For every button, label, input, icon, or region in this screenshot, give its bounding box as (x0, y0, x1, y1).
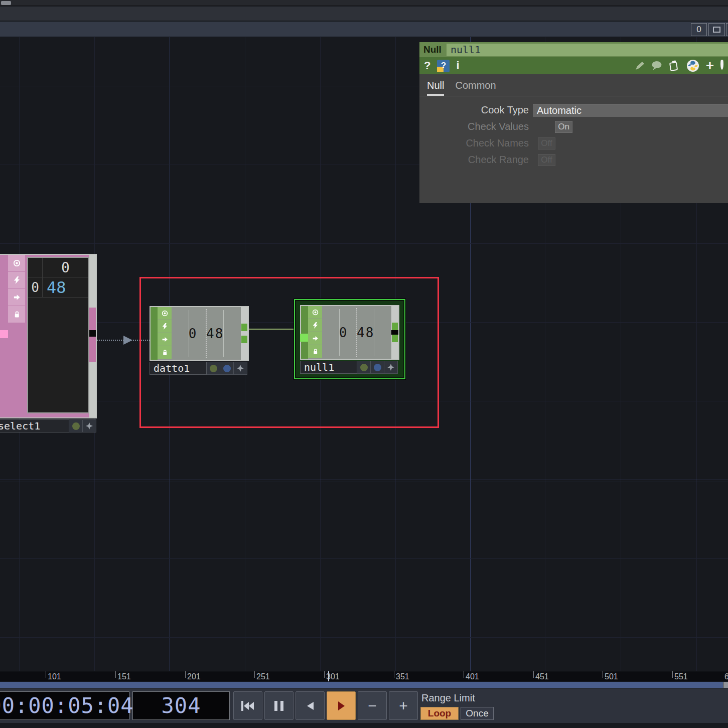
node-select1-body[interactable]: 0 0 48 (0, 254, 97, 418)
ruler-tick (533, 671, 534, 678)
frame-increment-button[interactable]: + (389, 691, 418, 720)
triangle-right-icon (337, 701, 345, 711)
check-values-toggle[interactable]: On (555, 121, 572, 133)
parameter-tabs: Null Common (419, 74, 728, 96)
maximize-icon (713, 27, 720, 33)
parameter-dialog-header: Null null1 (419, 42, 728, 57)
edit-pencil-icon[interactable] (635, 61, 645, 71)
bypass-icon[interactable] (8, 272, 25, 288)
node-color-chip[interactable] (69, 419, 83, 432)
table-row-index: 0 (28, 277, 43, 297)
ruler-label: 301 (326, 672, 340, 681)
tab-null[interactable]: Null (427, 80, 444, 96)
ruler-tick (394, 671, 394, 678)
pause-icon (274, 701, 283, 711)
node-select1-connector-strip (89, 255, 96, 417)
olive-dot-icon (72, 422, 80, 430)
grid-line (0, 480, 728, 480)
clipped-gear-icon[interactable] (720, 60, 725, 72)
check-names-toggle[interactable]: Off (538, 137, 555, 150)
check-range-label: Check Range (419, 154, 533, 166)
ruler-label: 151 (117, 672, 131, 681)
table-cell-value: 48 (43, 277, 88, 297)
param-row-check-names: Check Names Off (419, 136, 728, 150)
range-limit-label: Range Limit (421, 692, 475, 704)
dock-icon[interactable] (8, 289, 25, 306)
connector-gap (89, 330, 96, 337)
loop-button[interactable]: Loop (420, 707, 459, 720)
node-select1-table-viewer: 0 0 48 (27, 257, 89, 413)
node-select1-name-field[interactable]: select1 (0, 419, 69, 432)
python-help-glyph: ? (441, 61, 446, 71)
frame-field[interactable]: 304 (132, 691, 230, 720)
ruler-tick (46, 671, 46, 678)
param-row-cook-type: Cook Type Automatic (419, 103, 728, 117)
triangle-left-icon (306, 701, 314, 710)
transport-bar: 00:00:05:04 304 − + Range Limit Loop Onc… (0, 688, 728, 723)
operator-type-label: Null (419, 44, 447, 55)
select1-output-connector-2[interactable] (89, 337, 96, 362)
timeline-range-bar[interactable] (0, 681, 728, 688)
wire-flow-arrow-icon (123, 336, 133, 345)
timeline-ruler[interactable]: 6 101151201251301351401451501551 (0, 671, 728, 681)
selection-marquee (139, 277, 439, 428)
parameter-rows: Cook Type Automatic Check Values On Chec… (419, 103, 728, 167)
select1-output-connector[interactable] (89, 308, 96, 330)
table-header-row: 0 (28, 258, 88, 277)
cook-type-label: Cook Type (419, 104, 533, 116)
node-select1[interactable]: 0 0 48 select1 (0, 254, 97, 432)
star-icon (85, 422, 93, 430)
range-bar-handle[interactable] (723, 682, 728, 688)
python-logo-icon[interactable] (686, 59, 699, 72)
add-parameter-icon[interactable]: + (706, 58, 714, 74)
once-button[interactable]: Once (461, 707, 494, 720)
parameter-dialog-toolbar: ? ? i + (419, 57, 728, 74)
ruler-tick (254, 671, 255, 678)
ruler-label: 251 (256, 672, 270, 681)
table-corner-cell (28, 258, 43, 277)
info-icon[interactable]: i (456, 59, 459, 72)
frame-decrement-button[interactable]: − (358, 691, 387, 720)
timecode-field[interactable]: 00:00:05:04 (0, 691, 129, 720)
param-row-check-values: Check Values On (419, 120, 728, 133)
check-values-label: Check Values (419, 121, 533, 132)
menu-bar[interactable] (0, 7, 728, 21)
maximize-pane-button[interactable] (708, 23, 725, 36)
comment-bubble-icon[interactable] (651, 61, 662, 71)
lock-icon[interactable] (8, 306, 25, 323)
pause-button[interactable] (264, 691, 294, 720)
play-forward-button[interactable] (327, 691, 356, 720)
ruler-tick (603, 671, 603, 678)
jump-to-start-button[interactable] (233, 691, 262, 720)
titlebar-tab[interactable] (1, 1, 11, 5)
bottom-strip (0, 723, 728, 728)
copy-parameters-icon[interactable] (669, 60, 680, 71)
python-help-icon[interactable]: ? (437, 60, 450, 72)
node-comment-chip[interactable] (83, 419, 96, 432)
grid-line (0, 243, 728, 244)
help-icon[interactable]: ? (424, 59, 430, 72)
viewer-icon[interactable] (8, 255, 25, 271)
check-range-toggle[interactable]: Off (538, 154, 555, 166)
ruler-tick (115, 671, 116, 678)
ruler-label: 501 (605, 672, 618, 681)
ruler-label: 401 (466, 672, 479, 681)
check-names-label: Check Names (419, 137, 533, 149)
param-row-check-range: Check Range Off (419, 153, 728, 167)
parameter-dialog: Null null1 ? ? i (419, 42, 728, 203)
operator-name-field[interactable]: null1 (447, 44, 728, 56)
ruler-label: 101 (48, 672, 61, 681)
ruler-tick (185, 671, 186, 678)
cook-type-menu[interactable]: Automatic (533, 104, 728, 117)
ruler-label: 351 (396, 672, 409, 681)
frame-counter-box[interactable]: 0 (691, 23, 707, 36)
ruler-label: 201 (187, 672, 201, 681)
table-row: 0 48 (28, 277, 88, 298)
grid-line (0, 558, 728, 559)
grid-line (0, 482, 728, 482)
play-backward-button[interactable] (296, 691, 325, 720)
clipped-toolbar-button[interactable] (726, 23, 728, 36)
ruler-label-partial: 6 (724, 672, 728, 681)
tab-common[interactable]: Common (455, 80, 496, 96)
node-select1-name-row: select1 (0, 419, 97, 432)
